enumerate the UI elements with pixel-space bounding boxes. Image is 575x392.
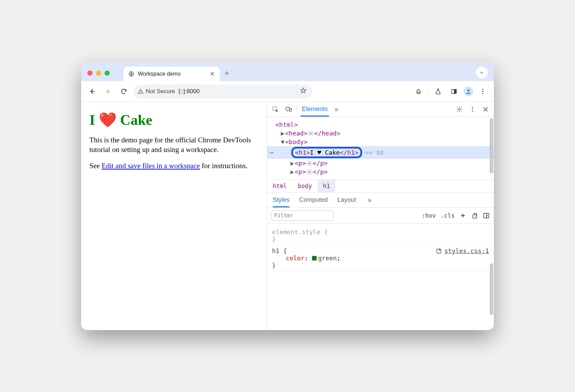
scrollbar[interactable] bbox=[490, 263, 493, 315]
svg-rect-9 bbox=[290, 108, 291, 111]
svg-point-11 bbox=[472, 107, 473, 108]
svg-rect-14 bbox=[473, 215, 476, 218]
tab-layout[interactable]: Layout bbox=[337, 196, 356, 204]
profile-avatar[interactable] bbox=[464, 87, 473, 96]
inspect-element-icon[interactable] bbox=[271, 105, 280, 114]
page-viewport: I ❤️ Cake This is the demo page for the … bbox=[81, 102, 267, 330]
tab-elements[interactable]: Elements bbox=[301, 102, 329, 116]
tab-strip: Workspace demo ✕ + bbox=[81, 62, 494, 81]
svg-point-5 bbox=[482, 91, 483, 92]
content-area: I ❤️ Cake This is the demo page for the … bbox=[81, 102, 494, 330]
svg-point-13 bbox=[472, 111, 473, 112]
workspace-link[interactable]: Edit and save files in a workspace bbox=[102, 162, 200, 170]
maximize-window-icon[interactable] bbox=[105, 70, 110, 76]
new-tab-button[interactable]: + bbox=[220, 69, 234, 81]
para2-post: for instructions. bbox=[200, 162, 247, 170]
window-controls bbox=[85, 70, 113, 81]
expand-icon[interactable]: ▶ bbox=[290, 168, 295, 175]
close-tab-icon[interactable]: ✕ bbox=[210, 70, 215, 78]
minimize-window-icon[interactable] bbox=[96, 70, 101, 76]
styles-tabs: Styles Computed Layout » bbox=[267, 193, 494, 208]
forward-button[interactable] bbox=[102, 85, 114, 98]
prop-name: color bbox=[286, 254, 304, 262]
color-swatch-icon[interactable] bbox=[312, 256, 317, 261]
ellipsis-icon[interactable]: ⋯ bbox=[306, 161, 313, 166]
menu-icon[interactable] bbox=[477, 85, 489, 98]
extensions-icon[interactable] bbox=[412, 85, 425, 98]
rule-h1[interactable]: styles.css:1 h1 { color: green; } bbox=[272, 245, 489, 271]
dom-node-body[interactable]: ▼<body> bbox=[267, 138, 494, 146]
svg-rect-8 bbox=[286, 107, 290, 110]
dom-breadcrumb: html body h1 bbox=[267, 179, 494, 193]
url-text: [::]:8000 bbox=[178, 88, 199, 95]
more-tabs-icon[interactable]: » bbox=[333, 105, 340, 113]
crumb-html[interactable]: html bbox=[267, 180, 292, 192]
close-devtools-icon[interactable] bbox=[481, 105, 490, 114]
dom-tree[interactable]: <html> ▶<head> ⋯ </head> ▼<body> ⋯ <h1>I… bbox=[267, 117, 494, 179]
kebab-menu-icon[interactable] bbox=[468, 105, 477, 114]
gutter-actions-icon[interactable]: ⋯ bbox=[270, 149, 274, 156]
declaration-color[interactable]: color: green; bbox=[272, 254, 489, 262]
globe-icon bbox=[128, 71, 134, 77]
close-window-icon[interactable] bbox=[87, 70, 93, 76]
brace-close: } bbox=[272, 262, 489, 269]
devtools-toolbar-right bbox=[455, 105, 490, 114]
ellipsis-icon[interactable]: ⋯ bbox=[307, 131, 314, 136]
security-badge[interactable]: Not Secure bbox=[138, 88, 175, 95]
dom-node-html[interactable]: <html> bbox=[267, 120, 494, 129]
dom-node-h1-selected[interactable]: ⋯ <h1>I ♥ Cake</h1> == $0 bbox=[267, 146, 494, 159]
settings-gear-icon[interactable] bbox=[455, 105, 464, 114]
rule-element-style[interactable]: element.style { } bbox=[272, 226, 489, 245]
computed-sidebar-icon[interactable] bbox=[483, 212, 490, 219]
dom-node-p2[interactable]: ▶<p> ⋯ </p> bbox=[267, 167, 494, 176]
styles-pane[interactable]: element.style { } styles.css:1 h1 { colo… bbox=[267, 224, 494, 330]
new-style-rule-icon[interactable] bbox=[459, 212, 466, 219]
crumb-h1[interactable]: h1 bbox=[317, 180, 335, 192]
bookmark-star-icon[interactable] bbox=[300, 87, 307, 96]
reload-button[interactable] bbox=[118, 85, 130, 98]
separator bbox=[428, 87, 428, 96]
address-bar[interactable]: Not Secure [::]:8000 bbox=[133, 85, 312, 98]
cls-toggle[interactable]: .cls bbox=[441, 212, 455, 219]
tab-computed[interactable]: Computed bbox=[299, 196, 328, 204]
browser-tab[interactable]: Workspace demo ✕ bbox=[123, 67, 220, 81]
expand-icon[interactable]: ▶ bbox=[280, 130, 285, 137]
svg-point-12 bbox=[472, 109, 473, 110]
copy-styles-icon[interactable] bbox=[471, 212, 478, 219]
svg-point-6 bbox=[482, 93, 483, 94]
svg-point-4 bbox=[482, 89, 483, 90]
tab-title: Workspace demo bbox=[138, 71, 206, 77]
expand-icon[interactable]: ▶ bbox=[290, 160, 295, 167]
hov-toggle[interactable]: :hov bbox=[422, 212, 436, 219]
devtools-toolbar: Elements » bbox=[267, 102, 494, 117]
devtools-panel: Elements » <html> ▶<he bbox=[267, 102, 494, 330]
browser-window: Workspace demo ✕ + Not Secure [::]:8000 bbox=[81, 62, 494, 330]
ellipsis-icon[interactable]: ⋯ bbox=[306, 169, 313, 175]
tab-styles[interactable]: Styles bbox=[273, 196, 290, 204]
svg-point-10 bbox=[459, 108, 460, 110]
styles-filter-input[interactable] bbox=[271, 210, 333, 221]
rule-source-link[interactable]: styles.css:1 bbox=[436, 247, 489, 254]
browser-toolbar: Not Secure [::]:8000 bbox=[81, 81, 494, 102]
separator bbox=[297, 106, 297, 113]
more-styles-tabs-icon[interactable]: » bbox=[366, 196, 373, 204]
side-panel-icon[interactable] bbox=[448, 85, 460, 98]
svg-rect-2 bbox=[454, 89, 456, 94]
tab-search-button[interactable] bbox=[476, 67, 488, 78]
dom-node-head[interactable]: ▶<head> ⋯ </head> bbox=[267, 129, 494, 138]
page-heading: I ❤️ Cake bbox=[89, 111, 259, 128]
crumb-body[interactable]: body bbox=[292, 180, 317, 192]
back-button[interactable] bbox=[86, 85, 98, 98]
styles-toolbar: :hov .cls bbox=[267, 208, 494, 224]
scrollbar[interactable] bbox=[490, 118, 493, 173]
page-paragraph-2: See Edit and save files in a workspace f… bbox=[89, 161, 259, 171]
collapse-icon[interactable]: ▼ bbox=[280, 138, 285, 145]
dom-node-p1[interactable]: ▶<p> ⋯ </p> bbox=[267, 159, 494, 167]
security-label: Not Secure bbox=[146, 88, 175, 95]
brace-close: } bbox=[272, 236, 489, 243]
source-label: styles.css:1 bbox=[444, 247, 489, 254]
console-reference: == $0 bbox=[362, 149, 383, 156]
svg-point-3 bbox=[467, 89, 469, 91]
labs-icon[interactable] bbox=[432, 85, 444, 98]
device-toggle-icon[interactable] bbox=[284, 105, 293, 114]
